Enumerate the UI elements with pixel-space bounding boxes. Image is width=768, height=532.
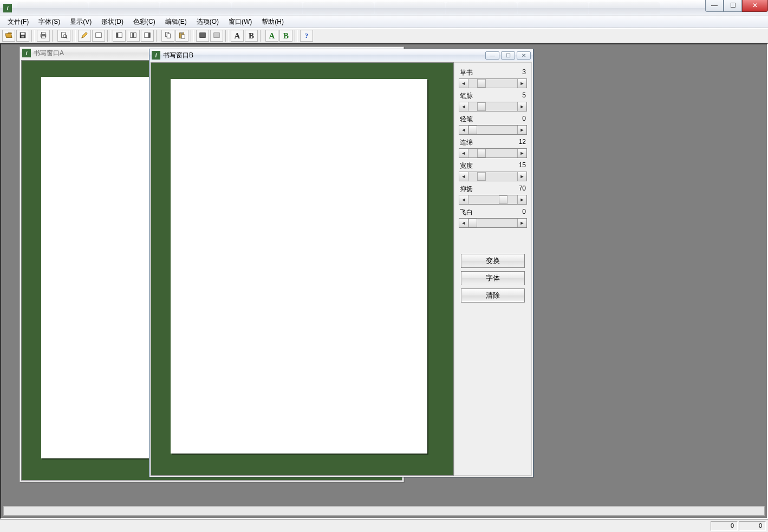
style-a-black-button[interactable]: A bbox=[231, 30, 244, 42]
slider-thumb[interactable] bbox=[477, 79, 486, 88]
menu-view[interactable]: 显示(V) bbox=[66, 16, 96, 28]
slider-track[interactable] bbox=[468, 219, 517, 227]
window-b-maximize-button[interactable]: ☐ bbox=[501, 51, 515, 60]
panel-left-icon bbox=[115, 31, 123, 41]
transform-button[interactable]: 变换 bbox=[461, 254, 525, 268]
menu-file[interactable]: 文件(F) bbox=[3, 16, 33, 28]
style-a-green-button[interactable]: A bbox=[265, 30, 278, 42]
svg-rect-21 bbox=[200, 32, 206, 37]
slider-thumb[interactable] bbox=[499, 195, 507, 204]
slider-label: 抑扬 bbox=[460, 185, 473, 194]
slider-track[interactable] bbox=[468, 126, 517, 134]
slider-increment-button[interactable]: ► bbox=[517, 149, 526, 157]
slider-increment-button[interactable]: ► bbox=[517, 79, 526, 88]
panel-center-icon bbox=[129, 31, 137, 41]
slider-decrement-button[interactable]: ◄ bbox=[459, 79, 468, 88]
panel-left-button[interactable] bbox=[113, 30, 126, 42]
slider-thumb[interactable] bbox=[468, 126, 477, 134]
eraser-button[interactable] bbox=[92, 30, 105, 42]
slider-scrollbar[interactable]: ◄► bbox=[459, 148, 527, 158]
preview-icon bbox=[60, 31, 68, 41]
help-icon: ? bbox=[305, 31, 309, 40]
copy-button[interactable] bbox=[161, 30, 174, 42]
os-minimize-button[interactable]: — bbox=[705, 0, 724, 12]
slider-thumb[interactable] bbox=[477, 102, 486, 111]
svg-line-8 bbox=[66, 37, 67, 38]
menu-edit[interactable]: 编辑(E) bbox=[161, 16, 191, 28]
slider-0: 草书3◄► bbox=[459, 68, 527, 88]
window-b-close-button[interactable]: ✕ bbox=[517, 51, 531, 60]
os-close-button[interactable]: ✕ bbox=[742, 0, 768, 12]
svg-rect-22 bbox=[214, 32, 220, 37]
style-b-black-button[interactable]: B bbox=[245, 30, 258, 42]
slider-decrement-button[interactable]: ◄ bbox=[459, 219, 468, 227]
svg-rect-9 bbox=[96, 32, 102, 37]
window-b-side-panel: 草书3◄►笔脉5◄►轻笔0◄►连绵12◄►宽度15◄►抑扬70◄►飞白0◄► 变… bbox=[454, 62, 532, 476]
app-icon: i bbox=[3, 4, 12, 12]
slider-2: 轻笔0◄► bbox=[459, 115, 527, 135]
color-dark-icon bbox=[199, 31, 206, 41]
write-window-b[interactable]: i 书写窗口B — ☐ ✕ 草书3◄►笔脉5◄►轻笔0◄►连绵12◄►宽度15◄… bbox=[149, 49, 533, 477]
menu-color[interactable]: 色彩(C) bbox=[129, 16, 160, 28]
slider-track[interactable] bbox=[468, 195, 517, 204]
slider-increment-button[interactable]: ► bbox=[517, 219, 526, 227]
window-b-minimize-button[interactable]: — bbox=[485, 51, 499, 60]
slider-increment-button[interactable]: ► bbox=[517, 172, 526, 181]
window-a-icon: i bbox=[22, 49, 31, 57]
slider-track[interactable] bbox=[468, 102, 517, 111]
window-b-title: 书写窗口B bbox=[163, 51, 193, 60]
help-button[interactable]: ? bbox=[300, 30, 313, 42]
slider-4: 宽度15◄► bbox=[459, 161, 527, 181]
slider-6: 飞白0◄► bbox=[459, 208, 527, 228]
slider-track[interactable] bbox=[468, 149, 517, 157]
color-light-button[interactable] bbox=[210, 30, 223, 42]
eraser-icon bbox=[95, 31, 102, 41]
slider-decrement-button[interactable]: ◄ bbox=[459, 102, 468, 111]
save-button[interactable] bbox=[16, 30, 29, 42]
slider-increment-button[interactable]: ► bbox=[517, 102, 526, 111]
window-b-titlebar[interactable]: i 书写窗口B — ☐ ✕ bbox=[149, 49, 533, 61]
print-button[interactable] bbox=[37, 30, 50, 42]
slider-track[interactable] bbox=[468, 172, 517, 181]
slider-scrollbar[interactable]: ◄► bbox=[459, 78, 527, 88]
svg-rect-5 bbox=[42, 36, 45, 38]
menu-shape[interactable]: 形状(D) bbox=[97, 16, 128, 28]
clear-button[interactable]: 清除 bbox=[461, 288, 525, 303]
slider-decrement-button[interactable]: ◄ bbox=[459, 172, 468, 181]
menu-help[interactable]: 帮助(H) bbox=[257, 16, 288, 28]
open-button[interactable] bbox=[2, 30, 15, 42]
slider-thumb[interactable] bbox=[477, 149, 486, 157]
preview-button[interactable] bbox=[57, 30, 70, 42]
style-b-green-button[interactable]: B bbox=[279, 30, 292, 42]
slider-label: 宽度 bbox=[460, 161, 473, 170]
panel-center-button[interactable] bbox=[127, 30, 140, 42]
slider-decrement-button[interactable]: ◄ bbox=[459, 126, 468, 134]
slider-scrollbar[interactable]: ◄► bbox=[459, 218, 527, 228]
slider-increment-button[interactable]: ► bbox=[517, 195, 526, 204]
slider-decrement-button[interactable]: ◄ bbox=[459, 149, 468, 157]
slider-scrollbar[interactable]: ◄► bbox=[459, 125, 527, 135]
slider-scrollbar[interactable]: ◄► bbox=[459, 172, 527, 181]
menu-font[interactable]: 字体(S) bbox=[34, 16, 64, 28]
slider-value: 12 bbox=[519, 138, 526, 147]
pencil-button[interactable] bbox=[78, 30, 91, 42]
slider-scrollbar[interactable]: ◄► bbox=[459, 102, 527, 111]
print-icon bbox=[40, 31, 47, 41]
slider-thumb[interactable] bbox=[468, 219, 477, 227]
svg-rect-19 bbox=[180, 32, 183, 34]
slider-label: 轻笔 bbox=[460, 115, 473, 124]
font-button[interactable]: 字体 bbox=[461, 271, 525, 285]
menu-options[interactable]: 选项(O) bbox=[192, 16, 223, 28]
slider-thumb[interactable] bbox=[477, 172, 486, 181]
paste-button[interactable] bbox=[175, 30, 188, 42]
svg-rect-11 bbox=[116, 32, 119, 37]
os-maximize-button[interactable]: ☐ bbox=[724, 0, 742, 12]
panel-right-button[interactable] bbox=[141, 30, 154, 42]
slider-increment-button[interactable]: ► bbox=[517, 126, 526, 134]
window-b-paper[interactable] bbox=[171, 79, 427, 454]
slider-track[interactable] bbox=[468, 79, 517, 88]
menu-window[interactable]: 窗口(W) bbox=[224, 16, 256, 28]
slider-decrement-button[interactable]: ◄ bbox=[459, 195, 468, 204]
color-dark-button[interactable] bbox=[196, 30, 209, 42]
slider-scrollbar[interactable]: ◄► bbox=[459, 195, 527, 205]
